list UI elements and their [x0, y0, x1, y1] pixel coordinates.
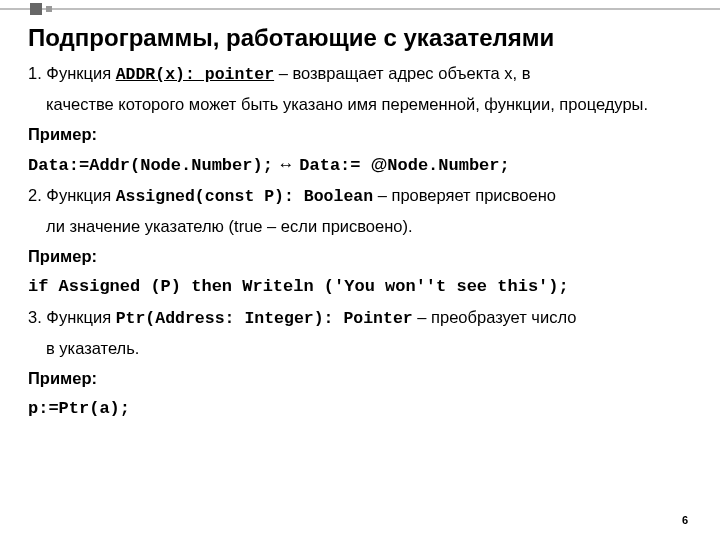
code-1: Data:=Addr(Node.Number); ↔ Data:= @Node.… — [28, 153, 692, 179]
code-1-right-a: Data:= — [299, 156, 370, 175]
item-2-line1: 2. Функция Assigned(const P): Boolean – … — [28, 184, 692, 209]
code-3: p:=Ptr(a); — [28, 397, 692, 422]
item-2-tail1: – проверяет присвоено — [373, 186, 556, 204]
item-3-line1: 3. Функция Ptr(Address: Integer): Pointe… — [28, 306, 692, 331]
page-title: Подпрограммы, работающие с указателями — [28, 24, 692, 52]
item-3-fn: Ptr(Address: Integer): Pointer — [116, 309, 413, 328]
bullet-icon — [30, 3, 42, 15]
item-1-line2: качестве которого может быть указано имя… — [28, 93, 692, 117]
bullet-small-icon — [46, 6, 52, 12]
code-1-right-b: Node.Number; — [387, 156, 509, 175]
double-arrow-icon: ↔ — [273, 155, 299, 174]
code-2: if Assigned (P) then Writeln ('You won''… — [28, 275, 692, 300]
item-2-lead: 2. Функция — [28, 186, 116, 204]
item-1-tail1: – возвращает адрес объекта х, в — [274, 64, 530, 82]
code-1-left: Data:=Addr(Node.Number); — [28, 156, 273, 175]
item-2-line2: ли значение указателю (true – если присв… — [28, 215, 692, 239]
item-1-fn: ADDR(x): pointer — [116, 65, 274, 84]
item-1-line1: 1. Функция ADDR(x): pointer – возвращает… — [28, 62, 692, 87]
item-3-lead: 3. Функция — [28, 308, 116, 326]
example-label-2: Пример: — [28, 245, 692, 269]
slide-content: Подпрограммы, работающие с указателями 1… — [0, 0, 720, 437]
example-label-3: Пример: — [28, 367, 692, 391]
item-3-line2: в указатель. — [28, 337, 692, 361]
item-2-fn: Assigned(const P): Boolean — [116, 187, 373, 206]
item-3-tail1: – преобразует число — [413, 308, 577, 326]
example-label-1: Пример: — [28, 123, 692, 147]
header-rule — [0, 8, 720, 10]
item-1-lead: 1. Функция — [28, 64, 116, 82]
at-icon: @ — [371, 155, 388, 174]
page-number: 6 — [682, 514, 688, 526]
